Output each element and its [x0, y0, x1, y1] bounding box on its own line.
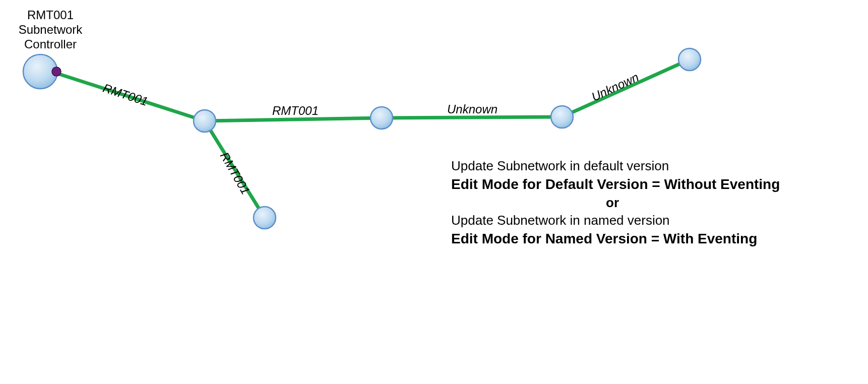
info-line1: Update Subnetwork in default version [451, 157, 780, 175]
edge-label-2: RMT001 [272, 104, 319, 118]
controller-label-line2: Subnetwork [5, 23, 96, 37]
node-5 [678, 48, 701, 71]
info-line4: Edit Mode for Named Version = With Event… [451, 229, 780, 248]
node-controller-port [52, 67, 61, 76]
info-line2: Edit Mode for Default Version = Without … [451, 175, 780, 194]
node-3 [370, 107, 393, 129]
edge-label-4: Unknown [447, 102, 498, 116]
info-block: Update Subnetwork in default version Edi… [451, 157, 780, 248]
node-6 [254, 207, 276, 229]
node-4 [551, 106, 573, 128]
info-or: or [451, 194, 774, 212]
info-line3: Update Subnetwork in named version [451, 212, 780, 229]
node-2 [194, 110, 216, 132]
controller-label-line1: RMT001 [5, 8, 96, 23]
edge-n2-to-n3 [205, 118, 382, 121]
controller-label: RMT001 Subnetwork Controller [5, 8, 96, 51]
controller-label-line3: Controller [5, 37, 96, 52]
edge-n3-to-n4 [382, 117, 562, 118]
